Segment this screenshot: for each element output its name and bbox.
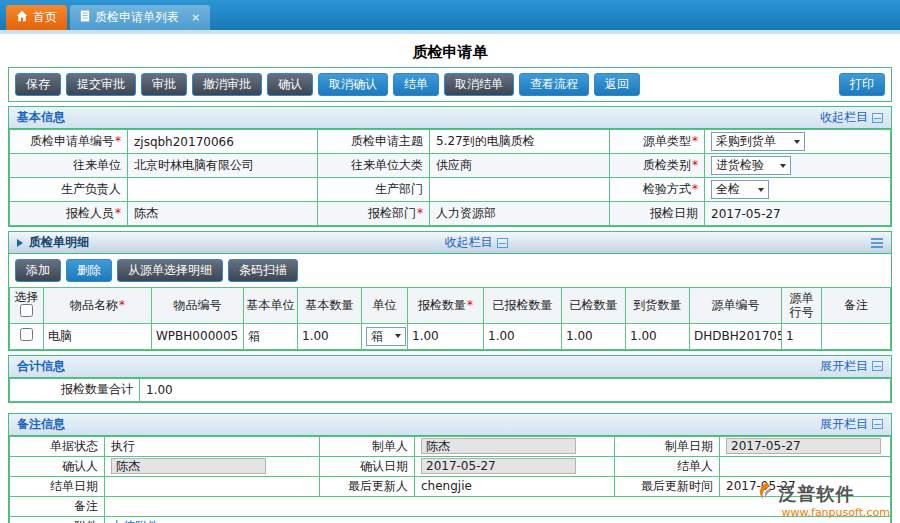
vendor-logo: 泛普软件 www.fanpusoft.com xyxy=(754,481,890,519)
inspect-method-select[interactable]: 全检 xyxy=(711,180,769,199)
partner-value: 北京时林电脑有限公司 xyxy=(128,154,318,178)
source-code-cell: DHDBH201705 xyxy=(690,323,782,349)
chevron-down-icon xyxy=(780,164,786,168)
section-title: 质检单明细 xyxy=(29,234,89,251)
item-name-cell[interactable]: 电脑 xyxy=(44,323,152,349)
col-select: 选择 xyxy=(10,288,44,324)
inspect-category-select[interactable]: 进货检验 xyxy=(711,156,791,175)
source-type-cell: 采购到货单 xyxy=(705,130,891,154)
section-title: 备注信息 xyxy=(17,416,65,433)
chevron-down-icon xyxy=(395,334,401,338)
cancel-close-order-button[interactable]: 取消结单 xyxy=(444,73,514,96)
unit-select[interactable]: 箱 xyxy=(366,327,406,346)
select-from-source-button[interactable]: 从源单选择明细 xyxy=(117,259,223,282)
readonly-field: 陈杰 xyxy=(421,438,576,454)
col-remark: 备注 xyxy=(822,288,891,324)
total-row: 报检数量合计 1.00 xyxy=(10,378,891,401)
chevron-down-icon xyxy=(758,188,764,192)
top-tab-bar: 首页 质检申请单列表 × xyxy=(0,0,900,30)
section-title: 基本信息 xyxy=(17,109,65,126)
col-arrived-qty: 到货数量 xyxy=(626,288,690,324)
field-label: 往来单位 xyxy=(10,154,128,178)
base-qty-cell[interactable]: 1.00 xyxy=(298,323,362,349)
checked-qty-cell: 1.00 xyxy=(562,323,626,349)
collapse-basic-link[interactable]: 收起栏目 xyxy=(820,109,883,126)
tab-inspection-list[interactable]: 质检申请单列表 × xyxy=(70,5,210,30)
approve-button[interactable]: 审批 xyxy=(141,73,187,96)
expand-icon xyxy=(872,419,883,429)
collapse-icon xyxy=(872,113,883,123)
select-all-checkbox[interactable] xyxy=(20,304,33,317)
tab-home[interactable]: 首页 xyxy=(6,5,67,30)
close-date-value xyxy=(105,476,320,496)
confirm-button[interactable]: 确认 xyxy=(267,73,313,96)
play-triangle-icon xyxy=(17,239,23,247)
row-select-cell xyxy=(10,323,44,349)
field-label: 报检人员* xyxy=(10,202,128,226)
expand-total-link[interactable]: 展开栏目 xyxy=(820,358,883,375)
col-report-qty: 报检数量* xyxy=(408,288,484,324)
field-label: 制单人 xyxy=(320,436,415,456)
col-item-code: 物品编号 xyxy=(152,288,244,324)
chevron-down-icon xyxy=(794,140,800,144)
arrived-qty-cell: 1.00 xyxy=(626,323,690,349)
page-title: 质检申请单 xyxy=(8,36,892,67)
field-label: 生产负责人 xyxy=(10,178,128,202)
upload-attachment-link[interactable]: 上传附件 xyxy=(111,519,159,523)
field-label: 质检类别* xyxy=(610,154,705,178)
basic-info-header: 基本信息 收起栏目 xyxy=(9,107,891,129)
source-type-select[interactable]: 采购到货单 xyxy=(711,132,805,151)
report-qty-cell[interactable]: 1.00 xyxy=(408,323,484,349)
collapse-label: 收起栏目 xyxy=(820,109,868,126)
tab-home-label: 首页 xyxy=(33,9,57,26)
col-checked-qty: 已检数量 xyxy=(562,288,626,324)
view-flow-button[interactable]: 查看流程 xyxy=(519,73,589,96)
delete-row-button[interactable]: 删除 xyxy=(66,259,112,282)
collapse-detail-link[interactable]: 收起栏目 xyxy=(445,234,508,251)
readonly-field: 2017-05-27 xyxy=(726,438,881,454)
cancel-approve-button[interactable]: 撤消审批 xyxy=(192,73,262,96)
partner-type-value: 供应商 xyxy=(430,154,610,178)
brand-url: www.fanpusoft.com xyxy=(754,506,890,519)
document-icon xyxy=(80,10,90,25)
brand-name: 泛普软件 xyxy=(779,482,855,506)
scrollbar-grip[interactable] xyxy=(871,238,883,248)
form-row: 质检申请单编号* zjsqbh20170066 质检申请主题 5.27到的电脑质… xyxy=(10,130,891,154)
field-label: 确认人 xyxy=(10,456,105,476)
table-row: 电脑 WPBH000005 箱 1.00 箱 1.00 1.00 1.00 1.… xyxy=(10,323,891,349)
unit-cell: 箱 xyxy=(362,323,408,349)
subject-value: 5.27到的电脑质检 xyxy=(430,130,610,154)
total-header: 合计信息 展开栏目 xyxy=(9,356,891,378)
producer-value xyxy=(128,178,318,202)
remark-row: 单据状态 执行 制单人 陈杰 制单日期 2017-05-27 xyxy=(10,436,891,456)
col-base-unit: 基本单位 xyxy=(244,288,298,324)
brand-icon xyxy=(754,481,776,506)
home-icon xyxy=(16,10,28,25)
field-label: 最后更新人 xyxy=(320,476,415,496)
row-checkbox[interactable] xyxy=(20,328,33,341)
last-updater-value: chengjie xyxy=(415,476,615,496)
print-button[interactable]: 打印 xyxy=(839,73,885,96)
submit-approve-button[interactable]: 提交审批 xyxy=(66,73,136,96)
main-content: 质检申请单 保存 提交审批 审批 撤消审批 确认 取消确认 结单 取消结单 查看… xyxy=(0,34,900,523)
create-date-value: 2017-05-27 xyxy=(720,436,891,456)
remark-row: 确认人 陈杰 确认日期 2017-05-27 结单人 xyxy=(10,456,891,476)
close-order-button[interactable]: 结单 xyxy=(393,73,439,96)
expand-remarks-link[interactable]: 展开栏目 xyxy=(820,416,883,433)
back-button[interactable]: 返回 xyxy=(594,73,640,96)
cancel-confirm-button[interactable]: 取消确认 xyxy=(318,73,388,96)
collapse-label: 收起栏目 xyxy=(445,234,493,251)
barcode-scan-button[interactable]: 条码扫描 xyxy=(228,259,298,282)
field-label: 检验方式* xyxy=(610,178,705,202)
field-label: 结单日期 xyxy=(10,476,105,496)
confirmer-value: 陈杰 xyxy=(105,456,320,476)
base-unit-cell: 箱 xyxy=(244,323,298,349)
total-value: 1.00 xyxy=(140,378,891,401)
close-icon[interactable]: × xyxy=(191,11,200,24)
add-row-button[interactable]: 添加 xyxy=(15,259,61,282)
row-remark-cell[interactable] xyxy=(822,323,891,349)
col-unit: 单位 xyxy=(362,288,408,324)
field-label: 单据状态 xyxy=(10,436,105,456)
inspect-category-cell: 进货检验 xyxy=(705,154,891,178)
save-button[interactable]: 保存 xyxy=(15,73,61,96)
